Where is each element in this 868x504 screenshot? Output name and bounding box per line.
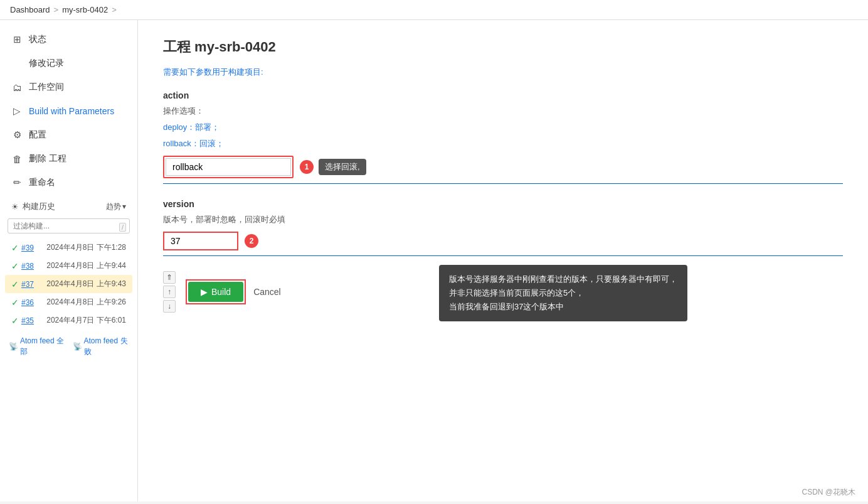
rss-fail-icon: 📡 <box>73 342 82 351</box>
tooltip-box: 版本号选择服务器中刚刚查看过的版本，只要服务器中有即可，并非只能选择当前页面展示… <box>439 265 687 321</box>
main-content: 工程 my-srb-0402 需要如下参数用于构建项目: action 操作选项… <box>138 20 868 501</box>
action-desc2: deploy：部署； <box>163 121 843 134</box>
rollback-option: rollback：回滚； <box>163 139 224 148</box>
breadcrumb: Dashboard > my-srb-0402 > <box>0 0 868 20</box>
build-item[interactable]: ✓ #37 2024年4月8日 上午9:43 <box>5 275 132 293</box>
sidebar-label-workspace: 工作空间 <box>29 82 64 93</box>
rss-icon: 📡 <box>9 342 18 351</box>
action-divider <box>163 183 843 184</box>
breadcrumb-sep2: > <box>112 5 117 14</box>
build-status-icon: ✓ <box>11 261 19 271</box>
page-title: 工程 my-srb-0402 <box>163 38 843 56</box>
page-subtitle: 需要如下参数用于构建项目: <box>163 67 843 78</box>
build-status-icon: ✓ <box>11 316 19 326</box>
build-date: 2024年4月8日 上午9:44 <box>46 260 126 271</box>
sidebar-label-delete: 删除 工程 <box>29 153 66 164</box>
build-history-header: ☀ 构建历史 趋势 ▾ <box>0 195 137 216</box>
build-list: ✓ #39 2024年4月8日 下午1:28 ✓ #38 2024年4月8日 上… <box>0 239 137 330</box>
atom-feed-fail-link[interactable]: 📡 Atom feed 失败 <box>73 336 129 357</box>
sidebar: ⊞ 状态 修改记录 🗂 工作空间 ▷ Build with Parameters… <box>0 20 138 501</box>
sidebar-item-rename[interactable]: ✏ 重命名 <box>0 171 137 195</box>
build-item[interactable]: ✓ #39 2024年4月8日 下午1:28 <box>5 239 132 257</box>
build-date: 2024年4月8日 上午9:43 <box>46 279 126 289</box>
footer-text: CSDN @花晓木 <box>802 488 855 496</box>
filter-input-wrap: / <box>0 216 137 239</box>
annotation1-text: 选择回滚, <box>319 159 366 175</box>
filter-input[interactable] <box>8 218 130 233</box>
build-button-wrapper: ▶ Build <box>186 279 246 304</box>
delete-icon: 🗑 <box>11 154 23 164</box>
version-param-section: version 版本号，部署时忽略，回滚时必填 2 <box>163 199 843 256</box>
build-date: 2024年4月8日 下午1:28 <box>46 242 126 253</box>
build-status-icon: ✓ <box>11 298 19 308</box>
sidebar-label-changes: 修改记录 <box>29 58 64 69</box>
atom-feed-all-link[interactable]: 📡 Atom feed 全部 <box>9 336 65 357</box>
version-divider <box>163 255 843 256</box>
scroll-top-icon[interactable]: ⇑ <box>163 271 176 284</box>
build-item[interactable]: ✓ #36 2024年4月8日 上午9:26 <box>5 293 132 311</box>
step1-badge: 1 <box>300 160 314 174</box>
atom-feeds: 📡 Atom feed 全部 📡 Atom feed 失败 <box>0 330 137 363</box>
breadcrumb-sep1: > <box>54 5 59 14</box>
build-params-icon: ▷ <box>11 105 23 117</box>
build-status-icon: ✓ <box>11 243 19 253</box>
rename-icon: ✏ <box>11 177 23 188</box>
version-label: version <box>163 199 843 209</box>
build-number[interactable]: #39 <box>21 244 34 252</box>
build-number[interactable]: #36 <box>21 298 34 307</box>
build-history-label: 构建历史 <box>23 201 55 212</box>
build-item[interactable]: ✓ #38 2024年4月8日 上午9:44 <box>5 257 132 275</box>
play-icon: ▶ <box>201 287 208 297</box>
action-desc1: 操作选项： <box>163 104 843 118</box>
sidebar-label-rename: 重命名 <box>29 177 55 188</box>
sidebar-item-workspace[interactable]: 🗂 工作空间 <box>0 75 137 99</box>
build-date: 2024年4月8日 上午9:26 <box>46 297 126 308</box>
sidebar-item-status[interactable]: ⊞ 状态 <box>0 28 137 51</box>
action-input[interactable] <box>166 158 291 176</box>
sidebar-item-build-params[interactable]: ▷ Build with Parameters <box>0 99 137 123</box>
deploy-option: deploy：部署； <box>163 122 220 132</box>
action-annotation: 1 选择回滚, <box>300 159 366 175</box>
config-icon: ⚙ <box>11 129 23 141</box>
chevron-down-icon: ▾ <box>122 202 126 211</box>
trend-button[interactable]: 趋势 ▾ <box>106 201 126 212</box>
build-item[interactable]: ✓ #35 2024年4月7日 下午6:01 <box>5 311 132 330</box>
version-input[interactable] <box>163 232 238 250</box>
build-number[interactable]: #37 <box>21 280 34 289</box>
cancel-button[interactable]: Cancel <box>253 287 281 297</box>
action-label: action <box>163 90 843 100</box>
sidebar-label-build-params: Build with Parameters <box>29 106 114 116</box>
build-button[interactable]: ▶ Build <box>188 282 243 302</box>
sidebar-label-status: 状态 <box>29 34 46 45</box>
build-number[interactable]: #35 <box>21 316 34 325</box>
action-desc3: rollback：回滚； <box>163 137 843 151</box>
status-icon: ⊞ <box>11 34 23 45</box>
workspace-icon: 🗂 <box>11 82 23 93</box>
build-date: 2024年4月7日 下午6:01 <box>46 315 126 326</box>
build-number[interactable]: #38 <box>21 262 34 271</box>
scroll-up-icon[interactable]: ↑ <box>163 286 176 298</box>
sidebar-item-changes[interactable]: 修改记录 <box>0 51 137 75</box>
tooltip-text: 版本号选择服务器中刚刚查看过的版本，只要服务器中有即可，并非只能选择当前页面展示… <box>449 274 677 311</box>
build-status-icon: ✓ <box>11 279 19 289</box>
step2-badge: 2 <box>245 234 258 248</box>
breadcrumb-project[interactable]: my-srb-0402 <box>62 5 108 14</box>
build-history-title: ☀ 构建历史 <box>11 201 55 212</box>
sun-icon: ☀ <box>11 202 19 212</box>
build-label: Build <box>211 287 231 297</box>
breadcrumb-dashboard[interactable]: Dashboard <box>10 5 50 14</box>
scroll-down-icon[interactable]: ↓ <box>163 300 176 313</box>
slash-shortcut-icon: / <box>119 223 126 232</box>
sidebar-item-config[interactable]: ⚙ 配置 <box>0 123 137 147</box>
sidebar-label-config: 配置 <box>29 129 46 141</box>
sidebar-item-delete[interactable]: 🗑 删除 工程 <box>0 147 137 171</box>
version-desc: 版本号，部署时忽略，回滚时必填 <box>163 213 843 227</box>
action-param-section: action 操作选项： deploy：部署； rollback：回滚； 1 选… <box>163 90 843 184</box>
trend-label: 趋势 <box>106 201 121 212</box>
footer: CSDN @花晓木 <box>802 487 855 498</box>
action-input-wrapper <box>163 156 294 178</box>
